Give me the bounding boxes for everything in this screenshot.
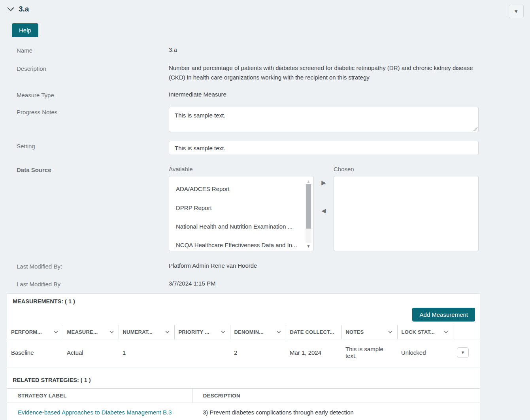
column-header-performance[interactable]: PERFORM... xyxy=(7,325,63,339)
chevron-down-icon xyxy=(388,331,392,333)
measurements-table: PERFORM... MEASURE... NUMERAT... PRIORIT… xyxy=(7,325,480,368)
cell-measure: Actual xyxy=(63,339,119,367)
measurements-card: MEASUREMENTS: ( 1 ) Add Measurement PERF… xyxy=(7,293,480,420)
chevron-down-icon xyxy=(221,331,225,333)
move-buttons: ▶ ◀ xyxy=(314,165,334,251)
measure-type-value: Intermediate Measure xyxy=(169,90,479,99)
name-value: 3.a xyxy=(169,45,479,54)
measure-form: Name 3.a Description Number and percenta… xyxy=(0,45,530,288)
description-value: Number and percentage of patients with d… xyxy=(169,63,479,82)
section-collapse-toggle[interactable]: 3.a xyxy=(7,5,29,13)
progress-notes-input[interactable]: This is sample text. xyxy=(169,107,479,132)
progress-notes-label: Progress Notes xyxy=(17,107,169,132)
scrollbar-track[interactable] xyxy=(306,184,311,243)
scroll-up-icon[interactable]: ▲ xyxy=(306,178,311,184)
listbox-scrollbar[interactable]: ▲ ▼ xyxy=(306,178,311,249)
chosen-listbox[interactable] xyxy=(334,176,479,251)
available-option[interactable]: ADA/ADCES Report xyxy=(169,180,313,198)
measure-type-row: Measure Type Intermediate Measure xyxy=(0,90,530,99)
cell-numerator: 1 xyxy=(119,339,174,367)
measurements-header-row: PERFORM... MEASURE... NUMERAT... PRIORIT… xyxy=(7,325,480,339)
scroll-down-icon[interactable]: ▼ xyxy=(306,243,311,249)
chosen-caption: Chosen xyxy=(334,165,479,174)
chosen-column: Chosen xyxy=(334,165,479,251)
measurements-title: MEASUREMENTS: ( 1 ) xyxy=(7,294,480,305)
strategy-label-link[interactable]: Evidence-based Approaches to Diabetes Ma… xyxy=(18,409,172,416)
data-source-dual-list: Available ADA/ADCES Report DPRP Report N… xyxy=(169,165,479,251)
column-header-measure[interactable]: MEASURE... xyxy=(63,325,119,339)
last-modified-date-row: Last Modified By 3/7/2024 1:15 PM xyxy=(0,279,530,288)
cell-denominator: 2 xyxy=(230,339,286,367)
name-row: Name 3.a xyxy=(0,45,530,54)
column-header-notes[interactable]: NOTES xyxy=(341,325,397,339)
measure-type-label: Measure Type xyxy=(17,90,169,99)
measure-detail-page: 3.a ▼ Help Name 3.a Description Number a… xyxy=(0,0,530,420)
chevron-down-icon xyxy=(109,331,114,333)
name-label: Name xyxy=(17,45,169,54)
progress-notes-row: Progress Notes This is sample text. xyxy=(0,107,530,132)
column-header-strategy-label: STRATEGY LABEL xyxy=(7,389,192,403)
data-source-label: Data Source xyxy=(17,165,169,251)
caret-down-icon: ▼ xyxy=(514,9,519,14)
column-header-numerator[interactable]: NUMERAT... xyxy=(119,325,174,339)
move-left-icon[interactable]: ◀ xyxy=(321,208,326,214)
available-column: Available ADA/ADCES Report DPRP Report N… xyxy=(169,165,314,251)
help-button[interactable]: Help xyxy=(12,23,38,37)
related-strategies-header-row: STRATEGY LABEL DESCRIPTION xyxy=(7,389,480,403)
available-listbox[interactable]: ADA/ADCES Report DPRP Report National He… xyxy=(169,176,314,251)
last-modified-by-value: Platform Admin Rene van Hoorde xyxy=(169,261,479,270)
section-menu-button[interactable]: ▼ xyxy=(509,5,524,18)
last-modified-date-label: Last Modified By xyxy=(17,279,169,288)
add-measurement-button[interactable]: Add Measurement xyxy=(412,308,475,322)
column-header-priority[interactable]: PRIORITY ... xyxy=(174,325,230,339)
cell-performance: Baseline xyxy=(7,339,63,367)
chevron-down-icon xyxy=(277,331,281,333)
cell-lock-status: Unlocked xyxy=(397,339,453,367)
measurement-row: Baseline Actual 1 2 Mar 1, 2024 This is … xyxy=(7,339,480,367)
setting-input[interactable] xyxy=(169,141,479,155)
section-title: 3.a xyxy=(19,5,29,13)
cell-priority xyxy=(174,339,230,367)
chevron-down-icon xyxy=(444,331,448,333)
related-strategies-table: STRATEGY LABEL DESCRIPTION Evidence-base… xyxy=(7,388,480,420)
setting-row: Setting xyxy=(0,141,530,155)
related-strategies-title: RELATED STRATEGIES: ( 1 ) xyxy=(7,367,480,388)
strategy-description: 3) Prevent diabetes complications throug… xyxy=(192,403,480,420)
description-label: Description xyxy=(17,63,169,82)
move-right-icon[interactable]: ▶ xyxy=(321,180,326,185)
available-option[interactable]: NCQA Healthcare Effectiveness Data and I… xyxy=(169,236,313,251)
available-option[interactable]: National Health and Nutrition Examinatio… xyxy=(169,217,313,236)
last-modified-by-label: Last Modified By: xyxy=(17,261,169,270)
data-source-row: Data Source Available ADA/ADCES Report D… xyxy=(0,165,530,251)
cell-date-collected: Mar 1, 2024 xyxy=(286,339,341,367)
column-header-lock-status[interactable]: LOCK STAT... xyxy=(397,325,453,339)
scrollbar-thumb[interactable] xyxy=(306,184,311,229)
cell-notes: This is sample text. xyxy=(341,339,397,367)
setting-label: Setting xyxy=(17,141,169,155)
available-option[interactable]: DPRP Report xyxy=(169,199,313,217)
related-strategy-row: Evidence-based Approaches to Diabetes Ma… xyxy=(7,403,480,420)
chevron-down-icon xyxy=(7,7,14,11)
column-header-description: DESCRIPTION xyxy=(192,389,480,403)
last-modified-date-value: 3/7/2024 1:15 PM xyxy=(169,279,479,288)
resize-handle-icon[interactable] xyxy=(473,127,477,131)
top-bar: 3.a ▼ xyxy=(0,0,530,18)
available-caption: Available xyxy=(169,165,314,174)
description-row: Description Number and percentage of pat… xyxy=(0,63,530,82)
column-header-actions xyxy=(453,325,480,339)
chevron-down-icon xyxy=(54,331,58,333)
last-modified-by-row: Last Modified By: Platform Admin Rene va… xyxy=(0,261,530,270)
caret-down-icon: ▼ xyxy=(461,350,465,355)
chevron-down-icon xyxy=(165,331,170,333)
column-header-date-collected[interactable]: DATE COLLECT... xyxy=(286,325,341,339)
row-actions-button[interactable]: ▼ xyxy=(457,347,469,358)
column-header-denominator[interactable]: DENOMIN... xyxy=(230,325,286,339)
